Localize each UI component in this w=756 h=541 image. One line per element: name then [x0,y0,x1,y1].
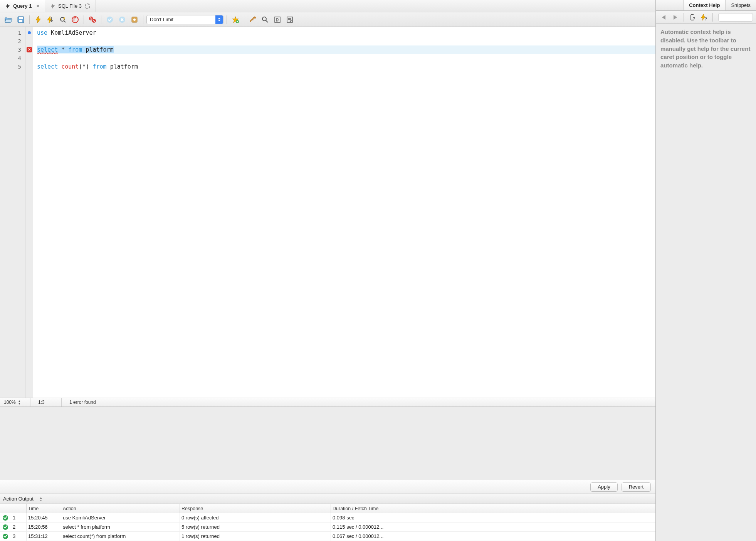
output-selector-label: Action Output [3,496,34,502]
zoom-level[interactable]: 100% [4,400,16,405]
cursor-position: 1:3 [35,400,57,405]
results-placeholder [0,407,655,480]
line-number: 3 [0,45,24,54]
limit-rows-value: Don't Limit [150,17,173,22]
success-icon [3,515,8,521]
line-number-gutter: 1 2 3 4 5 [0,27,25,398]
save-file-button[interactable] [15,14,26,25]
beautify-button[interactable] [247,14,258,25]
code-text [58,63,61,70]
identifier: platform [107,63,138,70]
side-panel: Context Help Snippets ? ? Automatic cont… [656,0,756,541]
keyword: use [37,29,47,36]
context-help-text: Automatic context help is disabled. Use … [656,24,756,74]
row-response: 5 row(s) returned [180,523,331,531]
code-text: (*) [79,63,92,70]
table-row[interactable]: 1 15:20:45 use KomliAdServer 0 row(s) af… [0,513,655,523]
function: count [61,63,79,70]
output-selector[interactable]: Action Output ▲▼ [0,494,655,504]
help-search-input[interactable] [718,13,753,22]
explain-button[interactable] [57,14,68,25]
nav-forward-button[interactable] [670,13,680,22]
col-action[interactable]: Action [61,504,180,513]
sql-editor[interactable]: 1 2 3 4 5 ✕ use KomliAdServer select * f… [0,27,655,398]
table-row[interactable]: 2 15:20:56 select * from platform 5 row(… [0,523,655,532]
manual-help-button[interactable]: ? [688,13,697,22]
triangle-right-icon [674,15,677,20]
separator [29,15,30,24]
toggle-limit-button[interactable] [129,14,140,25]
table-row[interactable]: 3 15:31:12 select count(*) from platform… [0,532,655,541]
marker-gutter: ✕ [25,27,33,398]
separator [712,13,713,22]
stop-button[interactable] [70,14,81,25]
toggle-wrap-button[interactable] [284,14,295,25]
limit-rows-select[interactable]: Don't Limit [146,15,223,24]
editor-status-bar: 100% ▲▼ 1:3 1 error found [0,398,655,407]
tab-sql-file-3[interactable]: SQL File 3 [45,0,96,12]
tab-query-1[interactable]: Query 1 × [0,0,45,12]
line-number: 1 [0,29,24,37]
row-action: select * from platform [61,523,180,531]
separator [143,15,143,24]
separator [84,15,84,24]
separator [227,15,227,24]
col-time[interactable]: Time [26,504,61,513]
save-snippet-button[interactable] [230,14,241,25]
svg-line-7 [90,17,92,20]
row-index: 2 [11,523,26,531]
revert-button[interactable]: Revert [622,482,651,492]
select-arrows-icon: ▲▼ [40,496,42,502]
row-index: 1 [11,513,26,522]
line-number: 5 [0,62,24,71]
tab-context-help[interactable]: Context Help [683,0,725,10]
triangle-left-icon [662,15,665,20]
side-tabs: Context Help Snippets [656,0,756,11]
tab-snippets[interactable]: Snippets [725,0,756,10]
zoom-stepper-icon[interactable]: ▲▼ [18,400,21,405]
execute-button[interactable] [33,14,44,25]
svg-line-9 [93,20,95,22]
tab-label: SQL File 3 [58,3,82,9]
row-response: 1 row(s) returned [180,532,331,541]
execute-current-button[interactable] [45,14,56,25]
bolt-icon [50,3,55,9]
context-help-toolbar: ? ? [656,11,756,24]
error-marker-icon: ✕ [27,47,32,52]
find-button[interactable] [260,14,270,25]
row-time: 15:20:45 [26,513,61,522]
svg-text:?: ? [705,17,707,21]
code-area[interactable]: use KomliAdServer select * from platform… [33,27,655,398]
col-response[interactable]: Response [180,504,331,513]
bolt-icon [5,3,10,9]
separator [244,15,244,24]
apply-button[interactable]: Apply [590,482,618,492]
keyword: select [37,63,58,70]
commit-button[interactable] [104,14,115,25]
editor-toolbar: Don't Limit [0,12,655,27]
rollback-button[interactable] [117,14,128,25]
toggle-autocommit-button[interactable] [87,14,98,25]
col-duration[interactable]: Duration / Fetch Time [331,504,655,513]
row-index: 3 [11,532,26,541]
row-time: 15:31:12 [26,532,61,541]
close-icon[interactable]: × [36,3,39,9]
select-arrows-icon [215,15,223,24]
row-duration: 0.098 sec [331,513,655,522]
svg-rect-15 [254,16,256,18]
toggle-invisible-button[interactable] [272,14,283,25]
nav-back-button[interactable] [659,13,668,22]
open-file-button[interactable] [3,14,14,25]
auto-help-button[interactable]: ? [699,13,709,22]
keyword: select [37,46,58,53]
row-action: select count(*) from platform [61,532,180,541]
row-time: 15:20:56 [26,523,61,531]
svg-line-4 [64,21,66,22]
svg-point-13 [133,18,136,21]
separator [101,15,101,24]
identifier: platform [82,46,113,53]
svg-point-16 [262,17,266,21]
row-response: 0 row(s) affected [180,513,331,522]
line-number: 4 [0,54,24,62]
svg-rect-1 [19,17,23,19]
